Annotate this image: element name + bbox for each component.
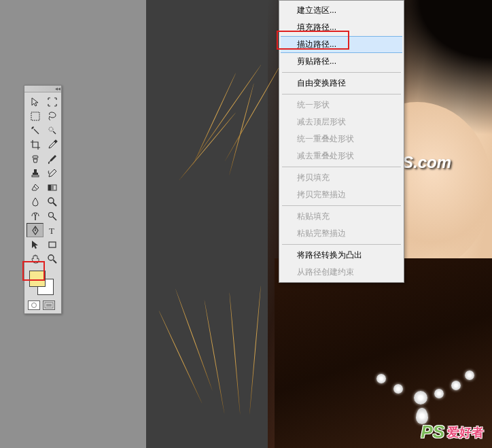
eyedropper-tool[interactable] bbox=[43, 137, 60, 152]
collapse-arrow-icon[interactable]: ◂◂ bbox=[55, 87, 59, 91]
color-swatch-section bbox=[24, 268, 61, 298]
menu-subtract-overlap-shapes: 减去重叠处形状 bbox=[281, 148, 402, 165]
svg-rect-0 bbox=[31, 112, 39, 120]
crop-tool[interactable] bbox=[27, 137, 43, 152]
path-selection-tool[interactable] bbox=[27, 237, 43, 252]
svg-point-5 bbox=[33, 156, 34, 157]
menu-convert-to-convex[interactable]: 将路径转换为凸出 bbox=[281, 247, 402, 264]
svg-point-15 bbox=[48, 212, 53, 217]
svg-rect-12 bbox=[48, 185, 51, 190]
lasso-tool[interactable] bbox=[43, 109, 60, 123]
menu-paste-stroke: 粘贴完整描边 bbox=[281, 225, 402, 242]
svg-rect-21 bbox=[46, 304, 52, 307]
menu-create-constraint: 从路径创建约束 bbox=[281, 264, 402, 281]
pen-tool[interactable] bbox=[27, 223, 43, 237]
svg-rect-8 bbox=[34, 169, 37, 173]
menu-copy-stroke: 拷贝完整描边 bbox=[281, 186, 402, 203]
menu-make-selection[interactable]: 建立选区... bbox=[281, 2, 402, 19]
mixer-brush-tool[interactable] bbox=[27, 209, 43, 223]
quick-select-tool[interactable] bbox=[43, 123, 60, 137]
dodge-tool[interactable] bbox=[43, 194, 60, 209]
menu-copy-fill: 拷贝填充 bbox=[281, 169, 402, 186]
blur-tool[interactable] bbox=[27, 194, 43, 209]
menu-stroke-path[interactable]: 描边路径... bbox=[281, 36, 402, 53]
toolbox-header[interactable]: ◂◂ bbox=[24, 86, 61, 92]
svg-rect-9 bbox=[33, 173, 38, 175]
quick-mask-mode-icon[interactable] bbox=[43, 300, 55, 310]
artboard-tool[interactable] bbox=[43, 94, 60, 109]
svg-rect-13 bbox=[51, 185, 54, 190]
standard-mode-icon[interactable] bbox=[28, 300, 40, 310]
svg-text:T: T bbox=[49, 226, 54, 236]
menu-separator bbox=[282, 94, 401, 94]
menu-separator bbox=[282, 244, 401, 245]
svg-point-2 bbox=[49, 127, 53, 131]
rectangle-tool[interactable] bbox=[43, 237, 60, 252]
menu-unite-overlap-shapes: 统一重叠处形状 bbox=[281, 131, 402, 148]
history-brush-tool[interactable] bbox=[43, 166, 60, 180]
foreground-color-swatch[interactable] bbox=[29, 271, 46, 287]
svg-point-16 bbox=[35, 230, 36, 231]
svg-rect-10 bbox=[32, 175, 39, 177]
eraser-tool[interactable] bbox=[27, 180, 43, 194]
menu-separator bbox=[282, 167, 401, 167]
stamp-tool[interactable] bbox=[27, 166, 43, 180]
toolbox-panel: ◂◂ bbox=[24, 85, 62, 314]
magic-wand-tool[interactable] bbox=[27, 123, 43, 137]
svg-rect-3 bbox=[54, 139, 58, 143]
zoom-tool[interactable] bbox=[43, 252, 60, 266]
svg-point-19 bbox=[48, 255, 54, 260]
svg-point-7 bbox=[36, 156, 37, 157]
path-context-menu: 建立选区... 填充路径... 描边路径... 剪贴路径... 自由变换路径 统… bbox=[279, 0, 404, 283]
menu-separator bbox=[282, 205, 401, 206]
necklace bbox=[363, 367, 485, 428]
svg-point-1 bbox=[32, 127, 33, 128]
marquee-tool[interactable] bbox=[27, 109, 43, 123]
menu-unite-shapes: 统一形状 bbox=[281, 97, 402, 114]
menu-subtract-front-shape: 减去顶层形状 bbox=[281, 114, 402, 131]
hand-tool[interactable] bbox=[27, 252, 43, 266]
sharpen-tool[interactable] bbox=[43, 209, 60, 223]
menu-free-transform-path[interactable]: 自由变换路径 bbox=[281, 75, 402, 92]
brush-tool[interactable] bbox=[43, 152, 60, 166]
menu-paste-fill: 粘贴填充 bbox=[281, 208, 402, 225]
svg-point-6 bbox=[35, 156, 35, 157]
menu-separator bbox=[282, 72, 401, 73]
svg-rect-18 bbox=[49, 242, 56, 247]
move-tool[interactable] bbox=[27, 94, 43, 109]
gradient-tool[interactable] bbox=[43, 180, 60, 194]
svg-point-14 bbox=[48, 198, 54, 203]
menu-clip-path[interactable]: 剪贴路径... bbox=[281, 53, 402, 70]
menu-fill-path[interactable]: 填充路径... bbox=[281, 19, 402, 36]
type-tool[interactable]: T bbox=[43, 223, 60, 237]
healing-brush-tool[interactable] bbox=[27, 152, 43, 166]
